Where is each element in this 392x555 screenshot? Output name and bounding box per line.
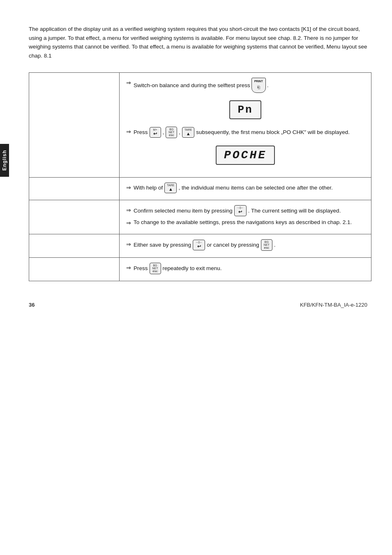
right-cell-4: Either save by pressing →0← ↩ or cancel … [120, 234, 371, 258]
sidebar-english-label: English [0, 144, 9, 177]
right-cell-2: With help of TARE ▲ , the individual men… [120, 178, 371, 200]
right-cell-1: Switch-on balance and during the selftes… [120, 73, 371, 178]
confirm-before: Confirm selected menu item by pressing [134, 206, 233, 215]
instruction-press-buttons: Press M+ ↩ , BGNET esc [126, 127, 364, 138]
instruction-exit: Press BGNET esc repeatedly to exit menu. [126, 263, 364, 274]
arrow-icon-4 [126, 206, 131, 215]
save-cancel-content: Either save by pressing →0← ↩ or cancel … [134, 239, 364, 251]
bg-net-top-1: BGNET [168, 128, 174, 134]
m-plus-button-icon: M+ ↩ [150, 127, 161, 138]
intro-paragraph: The application of the display unit as a… [29, 25, 367, 60]
press-content: Press M+ ↩ , BGNET esc [134, 127, 364, 138]
confirm-after: . The current setting will be displayed. [248, 206, 341, 215]
print-symbol: ⎗ [257, 84, 260, 91]
page-footer: 36 KFB/KFN-TM-BA_IA-e-1220 [29, 298, 367, 308]
page-container: English The application of the display u… [0, 0, 392, 555]
or-label: or cancel by pressing [207, 240, 259, 250]
press-after: subsequently, the first menu block „PO C… [196, 128, 350, 137]
instruction-tare-help: With help of TARE ▲ , the individual men… [126, 183, 364, 193]
instruction-switchon: Switch-on balance and during the selftes… [126, 78, 364, 93]
enter-top-1: →0← [237, 206, 244, 209]
left-cell-2 [29, 178, 120, 200]
m-plus-top: M+ [153, 128, 157, 131]
arrow-icon-2 [126, 127, 131, 136]
bg-net-symbol-1: esc [169, 134, 174, 137]
lcd-poche-block: POCHE [126, 142, 364, 168]
arrow-icon-1 [126, 78, 131, 88]
enter-button-icon-2: →0← ↩ [193, 240, 205, 250]
period-2: . [274, 240, 276, 250]
instruction-confirm: Confirm selected menu item by pressing →… [126, 205, 364, 216]
either-label: Either save by pressing [134, 240, 191, 250]
lcd-poche: POCHE [216, 146, 275, 165]
bg-net-button-icon-1: BGNET esc [166, 127, 177, 138]
comma-2: , [179, 128, 180, 137]
period-1: . [267, 81, 269, 90]
instruction-save-cancel: Either save by pressing →0← ↩ or cancel … [126, 239, 364, 251]
table-row: Switch-on balance and during the selftes… [29, 73, 371, 178]
left-cell-1 [29, 73, 120, 178]
enter-symbol-1: ↩ [238, 209, 242, 215]
lcd-pn-text: Pn [238, 104, 253, 116]
arrow-icon-5 [126, 218, 131, 228]
press-label: Press [134, 128, 148, 137]
lcd-pn: Pn [229, 100, 261, 119]
exit-content: Press BGNET esc repeatedly to exit menu. [134, 263, 364, 274]
comma-1: , [163, 128, 164, 137]
switchon-label: Switch-on balance and during the selftes… [134, 81, 250, 90]
exit-after: repeatedly to exit menu. [163, 264, 222, 273]
bg-net-button-icon-3: BGNET esc [150, 263, 161, 274]
left-cell-5 [29, 258, 120, 281]
switchon-text: Switch-on balance and during the selftes… [134, 78, 364, 93]
tare-button-icon-2: TARE ▲ [164, 183, 177, 193]
enter-top-2: →0← [195, 241, 203, 244]
table-row: With help of TARE ▲ , the individual men… [29, 178, 371, 200]
tare-top-2: TARE [167, 184, 174, 187]
bg-net-top-3: BGNET [152, 264, 158, 270]
left-cell-3 [29, 200, 120, 234]
table-row: Confirm selected menu item by pressing →… [29, 200, 371, 234]
arrow-icon-6 [126, 240, 131, 249]
enter-symbol-2: ↩ [197, 244, 201, 249]
print-label: PRINT [254, 79, 263, 83]
page-number: 36 [29, 302, 35, 308]
lcd-pn-block: Pn [126, 97, 364, 123]
bg-net-button-icon-2: BGNET esc [261, 239, 272, 251]
enter-button-icon-1: →0← ↩ [234, 205, 247, 216]
right-cell-5: Press BGNET esc repeatedly to exit menu. [120, 258, 371, 281]
print-button-icon: PRINT ⎗ [251, 78, 266, 93]
confirm-content: Confirm selected menu item by pressing →… [134, 205, 364, 216]
arrow-icon-3 [126, 183, 131, 192]
table-row: Either save by pressing →0← ↩ or cancel … [29, 234, 371, 258]
tare-symbol-1: ▲ [186, 131, 191, 136]
tare-button-icon-1: TARE ▲ [182, 127, 194, 138]
tare-help-before: With help of [134, 183, 163, 192]
tare-top-1: TARE [184, 128, 192, 131]
instruction-table: Switch-on balance and during the selftes… [29, 72, 371, 281]
lcd-poche-text: POCHE [224, 149, 267, 162]
tare-symbol-2: ▲ [168, 187, 173, 192]
tare-help-after: , the individual menu items can be selec… [178, 183, 332, 192]
press-exit-label: Press [134, 264, 148, 273]
left-cell-4 [29, 234, 120, 258]
arrow-icon-7 [126, 263, 131, 273]
doc-reference: KFB/KFN-TM-BA_IA-e-1220 [300, 302, 367, 308]
instruction-navigate: To change to the available settings, pre… [126, 218, 364, 228]
navigate-text: To change to the available settings, pre… [134, 218, 352, 227]
tare-help-content: With help of TARE ▲ , the individual men… [134, 183, 364, 193]
bg-net-symbol-2: esc [264, 246, 269, 250]
table-row: Press BGNET esc repeatedly to exit menu. [29, 258, 371, 281]
bg-net-symbol-3: esc [152, 270, 157, 273]
m-plus-symbol: ↩ [153, 131, 157, 136]
bg-net-top-2: BGNET [264, 240, 270, 246]
right-cell-3: Confirm selected menu item by pressing →… [120, 200, 371, 234]
